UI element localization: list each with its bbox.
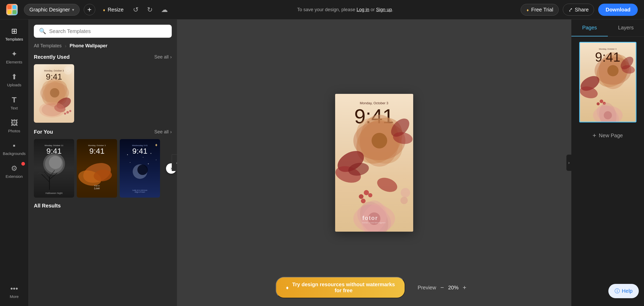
svg-point-46 [368,193,372,197]
zoom-out-button[interactable]: − [440,284,444,291]
zoom-level: 20% [448,285,458,291]
preview-button[interactable]: Preview [418,285,436,291]
sidebar-item-uploads[interactable]: ⬆ Uploads [3,69,26,90]
collapse-panel-button[interactable]: ‹ [172,154,177,171]
elements-icon: ✦ [11,50,17,58]
search-bar: 🔍 [34,25,172,38]
svg-point-45 [359,194,364,199]
right-panel: › Pages Layers [571,19,644,306]
page-1-thumbnail[interactable]: Monday, October 3 9:41 [579,42,636,122]
fotor-watermark: fotor fotor.com/designer [362,215,386,224]
search-input[interactable] [49,28,167,34]
photos-icon: 🖼 [11,119,18,127]
for-you-template-2[interactable]: Monday, October 3 9:41 Fall in Love [77,139,117,198]
svg-point-56 [392,131,413,146]
templates-icon: ⊞ [11,27,17,35]
backgrounds-icon: ▪ [13,141,16,150]
svg-point-44 [364,190,369,195]
new-page-button[interactable]: + New Page [587,129,628,142]
more-icon: ••• [10,284,18,293]
promo-label: Try design resources without watermarks … [292,282,395,294]
all-results-label: All Results [34,203,172,209]
sidebar-item-more-label: More [10,294,18,299]
add-button[interactable]: + [84,4,95,15]
svg-point-65 [600,100,603,103]
expand-right-panel-button[interactable]: › [566,154,571,171]
graphic-designer-button[interactable]: Graphic Designer ▾ [24,4,80,16]
svg-point-32 [151,153,151,154]
canvas-area: Monday, October 3 9:41 fotor fotor.com/d… [177,19,571,306]
share-icon: ⤤ [568,6,573,13]
breadcrumb: All Templates › Phone Wallpaper [34,43,172,49]
sign-up-link[interactable]: Sign up [376,7,392,12]
undo-icon: ↺ [133,6,139,14]
share-button[interactable]: ⤤ Share [563,4,594,16]
help-label: Help [622,288,633,294]
svg-point-13 [69,110,71,112]
for-you-grid: Monday, October 11 9:41 Hallowe [34,139,172,198]
svg-point-34 [130,162,130,163]
free-trial-button[interactable]: ⬧ Free Trial [521,4,559,16]
help-button[interactable]: ⓘ Help [608,284,639,298]
sidebar-item-backgrounds-label: Backgrounds [3,151,26,156]
cloud-upload-icon: ☁ [161,6,168,14]
svg-point-48 [375,175,399,194]
svg-point-51 [354,197,394,232]
svg-point-63 [580,73,602,94]
for-you-see-all[interactable]: See all › [154,129,172,135]
phone-canvas[interactable]: Monday, October 3 9:41 fotor fotor.com/d… [335,94,413,232]
sidebar-item-photos[interactable]: 🖼 Photos [3,115,26,136]
for-you-section-header: For You See all › [34,129,172,135]
left-sidebar: ⊞ Templates ✦ Elements ⬆ Uploads T Text … [0,19,29,306]
tab-pages[interactable]: Pages [571,19,608,36]
save-notice: To save your design, please Log in or Si… [174,7,517,12]
extension-notification-badge [21,162,25,166]
fotor-watermark-sub: fotor.com/designer [362,222,386,224]
recently-used-title: Recently Used [34,54,70,60]
svg-point-33 [156,160,156,160]
help-circle-icon: ⓘ [615,288,620,295]
template-2-title: Fall in Love [77,185,117,190]
svg-point-58 [400,197,408,204]
tab-layers[interactable]: Layers [608,19,644,36]
bottom-bar: ⬧ Try design resources without watermark… [276,277,473,298]
redo-button[interactable]: ↻ [145,4,155,16]
favorite-icon[interactable]: ♡ [64,66,72,75]
sidebar-item-extension[interactable]: ⚙ Extension [3,161,26,182]
zoom-in-button[interactable]: + [463,284,466,291]
logo [6,4,18,15]
sidebar-item-templates[interactable]: ⊞ Templates [3,24,26,44]
recently-used-see-all[interactable]: See all › [154,54,172,60]
recently-used-template-1[interactable]: Monday, October 3 9:41 ♡ [34,64,74,123]
search-icon: 🔍 [39,28,46,35]
breadcrumb-all-templates[interactable]: All Templates [34,43,62,49]
download-button[interactable]: Download [598,4,638,16]
plus-icon: + [87,5,91,14]
plus-icon-new-page: + [592,132,596,139]
for-you-template-1[interactable]: Monday, October 11 9:41 Hallowe [34,139,74,198]
svg-point-41 [335,147,368,176]
sidebar-item-backgrounds[interactable]: ▪ Backgrounds [3,138,26,159]
pages-panel: Monday, October 3 9:41 + New Page [571,37,644,306]
download-label: Download [605,7,630,12]
log-in-link[interactable]: Log in [356,7,369,12]
svg-point-35 [148,164,149,164]
for-you-template-3[interactable]: ⬧ Wednesday 3:41 9:41 [120,139,160,198]
page-thumb-date: Monday, October 3 [580,43,636,50]
canvas-time: 9:41 [335,106,413,126]
sidebar-item-elements[interactable]: ✦ Elements [3,47,26,67]
fotor-logo-icon [6,4,18,15]
svg-point-57 [401,188,410,197]
undo-button[interactable]: ↺ [131,4,141,16]
svg-point-15 [42,103,62,116]
upload-to-cloud-button[interactable]: ☁ [159,4,170,16]
svg-point-71 [604,111,612,119]
watermark-promo-button[interactable]: ⬧ Try design resources without watermark… [276,277,405,298]
sidebar-item-text[interactable]: T Text [3,92,26,113]
diamond-icon: ⬧ [526,7,529,13]
sidebar-item-templates-label: Templates [5,37,23,41]
chevron-right-icon-2: › [170,129,172,135]
sidebar-item-more[interactable]: ••• More [3,281,26,302]
breadcrumb-current: Phone Wallpaper [69,43,107,49]
resize-button[interactable]: ⬧ Resize [99,5,127,15]
